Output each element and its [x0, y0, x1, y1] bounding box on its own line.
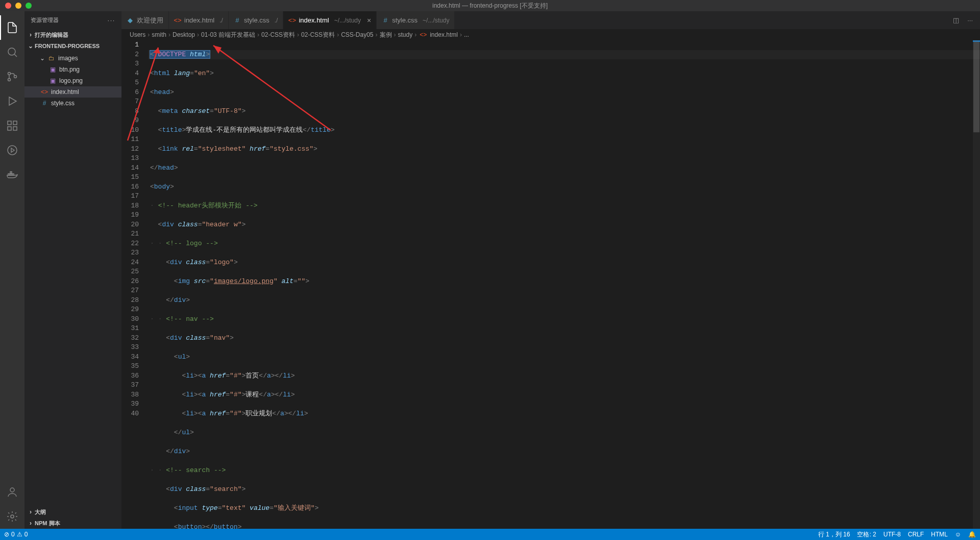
scroll-thumb[interactable]: [973, 40, 979, 132]
css-file-icon: #: [234, 17, 241, 24]
code-value: 输入关键词: [278, 504, 311, 512]
code-comment: logo: [186, 240, 202, 247]
code-src: images/logo.png: [214, 277, 274, 285]
svg-point-9: [8, 146, 17, 155]
project-label: FRONTEND-PROGRESS: [35, 43, 100, 49]
close-tab-icon[interactable]: ×: [367, 16, 371, 25]
breadcrumb-item[interactable]: 案例: [380, 31, 392, 39]
status-indent[interactable]: 空格: 2: [857, 530, 876, 539]
line-numbers: 12345678910 11121314151617181920 2122232…: [121, 40, 148, 529]
status-bell-icon[interactable]: 🔔: [968, 531, 976, 538]
more-actions-icon[interactable]: ···: [967, 16, 973, 24]
tab-path: ~/.../study: [334, 17, 361, 24]
svg-rect-8: [13, 127, 17, 130]
editor-actions: ◫ ···: [953, 11, 980, 29]
svg-rect-5: [8, 121, 11, 125]
tab-welcome[interactable]: ◆ 欢迎使用: [121, 11, 169, 29]
breadcrumb-item[interactable]: Desktop: [173, 31, 195, 38]
status-encoding[interactable]: UTF-8: [884, 531, 901, 538]
tab-style-study[interactable]: # style.css ~/.../study: [377, 11, 455, 29]
chevron-right-icon: [27, 508, 35, 515]
docker-icon[interactable]: [0, 162, 24, 187]
sidebar-more-icon[interactable]: ···: [108, 17, 115, 24]
breadcrumb-item[interactable]: 02-CSS资料: [301, 31, 335, 39]
section-outline[interactable]: 大纲: [24, 506, 121, 518]
status-line-col[interactable]: 行 1，列 16: [818, 530, 850, 539]
code-comment: header头部模块开始: [178, 202, 242, 209]
extensions-icon[interactable]: [0, 113, 24, 138]
tab-index-local[interactable]: <> index.html ./: [169, 11, 229, 29]
window-title: index.html — frontend-progress [不受支持]: [432, 2, 548, 10]
status-feedback-icon[interactable]: ☺: [955, 531, 961, 538]
scrollbar[interactable]: [973, 40, 980, 529]
tree-label: index.html: [51, 88, 79, 96]
breadcrumb-item[interactable]: CSS-Day05: [341, 31, 373, 38]
tab-style-local[interactable]: # style.css ./: [229, 11, 284, 29]
explorer-icon[interactable]: [0, 15, 24, 40]
code-token: <!: [150, 51, 158, 58]
section-open-editors[interactable]: 打开的编辑器: [24, 29, 121, 40]
code-token: DOCTYPE: [158, 51, 186, 58]
tabs: ◆ 欢迎使用 <> index.html ./ # style.css ./ <…: [121, 11, 980, 29]
css-file-icon: #: [40, 100, 49, 107]
tree-folder-images[interactable]: ⌄ 🗀 images: [24, 53, 121, 64]
status-language[interactable]: HTML: [931, 531, 948, 538]
tab-path: ./: [275, 17, 278, 24]
open-editors-label: 打开的编辑器: [35, 31, 68, 39]
close-window-icon[interactable]: [5, 3, 11, 9]
tab-path: ~/.../study: [423, 17, 449, 24]
activity-bar: [0, 11, 24, 529]
tab-label: index.html: [184, 16, 214, 24]
image-file-icon: ▣: [48, 66, 57, 73]
code-text: 职业规划: [246, 410, 272, 417]
tab-index-study[interactable]: <> index.html ~/.../study ×: [283, 11, 377, 29]
tree-file-logo-png[interactable]: ▣ logo.png: [24, 75, 121, 86]
section-npm[interactable]: NPM 脚本: [24, 518, 121, 529]
tree-file-style-css[interactable]: # style.css: [24, 98, 121, 109]
html-file-icon: <>: [40, 88, 49, 96]
sidebar-title: 资源管理器: [31, 16, 59, 24]
tree-label: logo.png: [59, 77, 83, 84]
section-project[interactable]: FRONTEND-PROGRESS: [24, 40, 121, 52]
breadcrumb-item[interactable]: smith: [152, 31, 166, 38]
testing-icon[interactable]: [0, 138, 24, 162]
tree-file-btn-png[interactable]: ▣ btn.png: [24, 64, 121, 75]
error-icon: ⊘: [4, 531, 9, 538]
window-controls: [0, 3, 32, 9]
image-file-icon: ▣: [48, 77, 57, 84]
code-token: html: [186, 51, 206, 58]
maximize-window-icon[interactable]: [26, 3, 32, 9]
warning-icon: ⚠: [17, 531, 22, 538]
run-debug-icon[interactable]: [0, 89, 24, 113]
svg-point-0: [8, 48, 15, 55]
tree-file-index-html[interactable]: <> index.html: [24, 86, 121, 98]
accounts-icon[interactable]: [0, 480, 24, 504]
breadcrumb-item[interactable]: Users: [130, 31, 145, 38]
source-control-icon[interactable]: [0, 64, 24, 89]
code-content[interactable]: <!DOCTYPE html> <html lang="en"> <head> …: [148, 40, 980, 529]
chevron-down-icon: [27, 42, 35, 50]
settings-gear-icon[interactable]: [0, 504, 24, 529]
code-editor[interactable]: 12345678910 11121314151617181920 2122232…: [121, 40, 980, 529]
code-text: 课程: [246, 391, 259, 398]
status-eol[interactable]: CRLF: [908, 531, 924, 538]
warning-count: 0: [24, 531, 28, 538]
status-problems[interactable]: ⊘0 ⚠0: [4, 531, 28, 538]
svg-rect-14: [10, 172, 12, 173]
search-icon[interactable]: [0, 40, 24, 64]
breadcrumb-item[interactable]: index.html: [430, 31, 458, 38]
breadcrumb-item[interactable]: 01-03 前端开发基础: [201, 31, 255, 39]
outline-label: 大纲: [35, 508, 46, 516]
breadcrumb: Users› smith› Desktop› 01-03 前端开发基础› 02-…: [121, 29, 980, 40]
minimize-window-icon[interactable]: [15, 3, 21, 9]
split-editor-icon[interactable]: ◫: [953, 16, 959, 24]
folder-icon: 🗀: [47, 55, 56, 62]
breadcrumb-item[interactable]: study: [398, 31, 413, 38]
html-file-icon: <>: [420, 31, 427, 38]
breadcrumb-item[interactable]: 02-CSS资料: [261, 31, 295, 39]
sidebar-header: 资源管理器 ···: [24, 11, 121, 29]
tab-label: index.html: [299, 16, 329, 24]
breadcrumb-item[interactable]: ...: [464, 31, 469, 38]
svg-marker-4: [9, 97, 16, 105]
error-count: 0: [11, 531, 15, 538]
